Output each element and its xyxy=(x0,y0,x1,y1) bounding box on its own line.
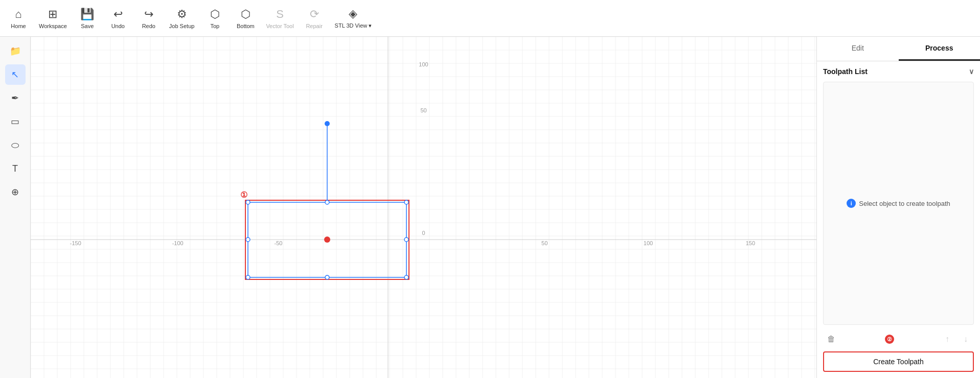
toolpath-list-label: Toolpath List xyxy=(823,67,868,76)
sidebar-tool-pen[interactable]: ✒ xyxy=(5,88,26,108)
grid-canvas xyxy=(31,37,816,378)
bottom-icon: ⬡ xyxy=(241,8,250,21)
badge-2: ② xyxy=(885,335,894,344)
sidebar-tool-ellipse[interactable]: ⬭ xyxy=(5,135,26,155)
vector-tool-label: Vector Tool xyxy=(266,23,293,29)
create-toolpath-button[interactable]: Create Toolpath xyxy=(823,351,974,372)
top-label: Top xyxy=(211,23,220,29)
info-icon: i xyxy=(847,199,856,208)
redo-label: Redo xyxy=(142,23,155,29)
move-down-button[interactable]: ↓ xyxy=(958,331,974,347)
stl-3d-view-label: STL 3D View ▾ xyxy=(335,22,372,29)
sidebar-tool-select[interactable]: ↖ xyxy=(5,64,26,85)
canvas-area[interactable]: 100 50 0 -150 -100 -50 50 100 150 xyxy=(31,37,816,378)
undo-icon: ↩ xyxy=(113,8,123,21)
main-layout: 📁↖✒▭⬭T⊕ 100 50 0 -150 -100 -50 50 100 15… xyxy=(0,37,980,378)
toolpath-info-text: Select object to create toolpath xyxy=(859,200,950,207)
toolbar-btn-undo[interactable]: ↩Undo xyxy=(104,2,132,35)
sidebar-tool-rectangle[interactable]: ▭ xyxy=(5,111,26,132)
sidebar-tool-folder[interactable]: 📁 xyxy=(5,41,26,61)
repair-icon: ⟳ xyxy=(310,8,319,21)
undo-label: Undo xyxy=(111,23,125,29)
repair-label: Repair xyxy=(306,23,322,29)
move-up-button[interactable]: ↑ xyxy=(939,331,955,347)
save-icon: 💾 xyxy=(80,8,94,21)
sidebar-tool-transform[interactable]: ⊕ xyxy=(5,182,26,202)
job-setup-label: Job Setup xyxy=(169,23,195,29)
right-panel: Edit Process Toolpath List ∨ i Select ob… xyxy=(816,37,980,378)
panel-content: Toolpath List ∨ i Select object to creat… xyxy=(817,61,980,378)
workspace-icon: ⊞ xyxy=(48,8,57,21)
top-icon: ⬡ xyxy=(210,8,220,21)
redo-icon: ↪ xyxy=(144,8,153,21)
vector-tool-icon: S xyxy=(276,8,284,21)
toolbar-btn-workspace[interactable]: ⊞Workspace xyxy=(35,2,71,35)
toolbar-btn-save[interactable]: 💾Save xyxy=(73,2,102,35)
panel-arrow-buttons: ↑ ↓ xyxy=(939,331,974,347)
toolpath-info: i Select object to create toolpath xyxy=(847,199,950,208)
toolbar-btn-repair: ⟳Repair xyxy=(300,2,329,35)
toolbar-btn-top[interactable]: ⬡Top xyxy=(200,2,229,35)
stl-3d-view-icon: ◈ xyxy=(349,7,357,20)
workspace-label: Workspace xyxy=(39,23,67,29)
tab-edit[interactable]: Edit xyxy=(817,37,899,61)
toolbar-btn-stl-3d-view[interactable]: ◈STL 3D View ▾ xyxy=(331,2,376,35)
left-sidebar: 📁↖✒▭⬭T⊕ xyxy=(0,37,31,378)
panel-tabs: Edit Process xyxy=(817,37,980,61)
home-label: Home xyxy=(11,23,26,29)
toolbar-btn-bottom[interactable]: ⬡Bottom xyxy=(231,2,260,35)
chevron-down-icon[interactable]: ∨ xyxy=(969,67,974,76)
home-icon: ⌂ xyxy=(15,8,21,21)
main-toolbar: ⌂Home⊞Workspace💾Save↩Undo↪Redo⚙Job Setup… xyxy=(0,0,980,37)
delete-toolpath-button[interactable]: 🗑 xyxy=(823,331,839,347)
toolbar-btn-vector-tool: SVector Tool xyxy=(262,2,298,35)
toolbar-btn-redo[interactable]: ↪Redo xyxy=(134,2,163,35)
job-setup-icon: ⚙ xyxy=(177,8,187,21)
toolpath-list-area: i Select object to create toolpath xyxy=(823,82,974,325)
toolpath-list-header: Toolpath List ∨ xyxy=(823,67,974,76)
sidebar-tool-text[interactable]: T xyxy=(5,158,26,179)
tab-process[interactable]: Process xyxy=(899,37,981,61)
panel-bottom-toolbar: 🗑 ② ↑ ↓ xyxy=(823,331,974,347)
save-label: Save xyxy=(81,23,94,29)
toolbar-btn-home[interactable]: ⌂Home xyxy=(4,2,33,35)
bottom-label: Bottom xyxy=(237,23,255,29)
toolbar-btn-job-setup[interactable]: ⚙Job Setup xyxy=(165,2,199,35)
